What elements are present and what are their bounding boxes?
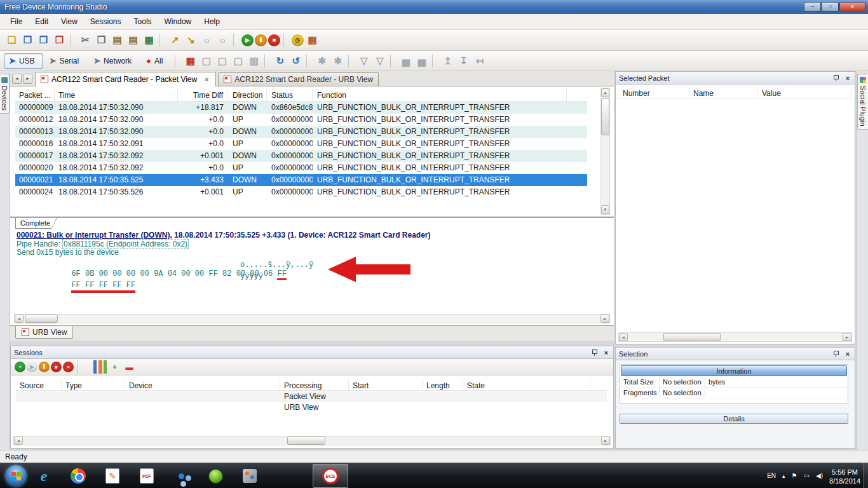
menu-window[interactable]: Window: [158, 15, 198, 29]
scroll-down-icon[interactable]: ▼: [601, 205, 609, 214]
display-icon[interactable]: ▭: [804, 472, 810, 479]
column-header-source[interactable]: Source: [16, 379, 62, 390]
filter-clear-icon[interactable]: ▽: [372, 53, 387, 68]
column-header-state[interactable]: State: [463, 379, 590, 390]
table-row[interactable]: 0000002118.08.2014 17:50:35.525+3.433DOW…: [15, 174, 587, 186]
table-row[interactable]: 0000001718.08.2014 17:50:32.092+0.001DOW…: [15, 150, 587, 162]
export-grid-icon[interactable]: ▦: [142, 33, 156, 48]
column-header-name[interactable]: Name: [689, 87, 758, 98]
detail-title-link[interactable]: 000021: Bulk or Interrupt Transfer (DOWN…: [17, 231, 172, 240]
column-header-processing[interactable]: Processing: [280, 379, 349, 390]
select-window-icon[interactable]: ▢: [199, 53, 214, 68]
ring-alt-icon[interactable]: ○: [215, 33, 230, 48]
remove-processing-icon[interactable]: ▬: [123, 360, 136, 374]
chrome-icon[interactable]: [67, 466, 89, 486]
rotate-cw-icon[interactable]: ↻: [273, 53, 287, 68]
detail-tab-complete[interactable]: Complete: [15, 218, 57, 229]
close-tab-icon[interactable]: ×: [203, 76, 210, 83]
pin-icon[interactable]: [592, 349, 599, 356]
select-process-icon[interactable]: ▢: [231, 53, 245, 68]
filter-icon[interactable]: ▽: [356, 53, 371, 68]
save-all-icon[interactable]: ❒: [36, 33, 51, 48]
new-session-icon[interactable]: +: [15, 362, 25, 372]
paste-icon[interactable]: ▤: [110, 33, 125, 48]
paste-append-icon[interactable]: ▤: [126, 33, 140, 48]
scrollbar-thumb[interactable]: [287, 437, 325, 445]
column-header-function[interactable]: Function: [313, 89, 567, 101]
chart-icon[interactable]: ▅: [398, 53, 413, 68]
active-app-slot[interactable]: BCS: [313, 464, 348, 488]
scroll-right-icon[interactable]: ►: [601, 437, 610, 445]
column-header-value[interactable]: Value: [758, 87, 852, 98]
table-row[interactable]: 0000002418.08.2014 17:50:35.526+0.001UP0…: [15, 186, 587, 198]
social-plugin-tab[interactable]: Social Plugin: [857, 74, 868, 130]
show-desktop-button[interactable]: [864, 463, 868, 488]
export-data-icon[interactable]: ↧: [456, 53, 471, 68]
pause-monitoring-icon[interactable]: Ⅱ: [255, 34, 267, 46]
notepad-icon[interactable]: ✎: [102, 466, 123, 486]
tab-scroll-left-button[interactable]: ◄: [12, 74, 22, 84]
page-setup-icon[interactable]: ▥: [247, 53, 261, 68]
details-header[interactable]: Details: [620, 414, 848, 424]
pin-icon[interactable]: [833, 74, 840, 81]
table-row[interactable]: 0000001618.08.2014 17:50:32.091+0.0UP0x0…: [15, 138, 587, 150]
column-header-status[interactable]: Status: [267, 89, 313, 101]
serial-filter-button[interactable]: ➤ Serial: [44, 53, 88, 69]
close-icon[interactable]: ×: [602, 349, 610, 356]
statistics-icon[interactable]: [93, 360, 107, 374]
network-filter-button[interactable]: ➤ Network: [88, 53, 140, 69]
table-row[interactable]: 0000000918.08.2014 17:50:32.090+18.817DO…: [15, 102, 587, 114]
column-header-type[interactable]: Type: [62, 379, 125, 390]
antivirus-icon[interactable]: [205, 466, 226, 486]
pdf-reader-icon[interactable]: PDF: [136, 466, 158, 486]
new-document-icon[interactable]: ❏: [4, 33, 19, 48]
pause-session-icon[interactable]: Ⅱ: [39, 362, 50, 372]
column-header-start[interactable]: Start: [349, 379, 423, 390]
hidden-icons-button[interactable]: ▴: [782, 473, 785, 479]
column-header-direction[interactable]: Direction: [227, 89, 267, 101]
column-header-time-diff[interactable]: Time Diff: [178, 89, 227, 101]
start-button[interactable]: [5, 465, 27, 487]
detail-hscroll[interactable]: ◄ ►: [14, 314, 610, 323]
clock-icon[interactable]: ◷: [292, 34, 304, 46]
rotate-ccw-icon[interactable]: ↺: [288, 53, 303, 68]
tab-urb-view-bottom[interactable]: URB View: [15, 326, 73, 339]
scrollbar-thumb[interactable]: [601, 98, 609, 135]
title-bar[interactable]: Free Device Monitoring Studio ─ □ ×: [0, 0, 868, 14]
network-tool-icon[interactable]: [170, 466, 192, 486]
maximize-button[interactable]: □: [822, 2, 839, 11]
forward-to-icon[interactable]: ↘: [184, 33, 198, 48]
stop-monitoring-icon[interactable]: ■: [268, 34, 280, 46]
copy-icon[interactable]: ❐: [94, 33, 109, 48]
table-row[interactable]: Packet View: [16, 391, 607, 402]
close-button[interactable]: ×: [839, 2, 865, 11]
all-filter-button[interactable]: ● All: [141, 53, 171, 69]
select-window-alt-icon[interactable]: ▢: [215, 53, 229, 68]
stop-session-icon[interactable]: ■: [51, 362, 62, 372]
scroll-right-icon[interactable]: ►: [843, 333, 851, 341]
close-icon[interactable]: ×: [844, 74, 851, 82]
column-header-number[interactable]: Number: [618, 87, 689, 98]
save-data-icon[interactable]: ↤: [472, 53, 487, 68]
close-icon[interactable]: ×: [844, 350, 851, 358]
packet-table-vscroll[interactable]: ▲ ▼: [600, 88, 610, 215]
selected-packet-hscroll[interactable]: ◄ ►: [618, 332, 852, 342]
scroll-left-icon[interactable]: ◄: [619, 333, 628, 341]
usb-filter-button[interactable]: ➤ USB: [4, 53, 43, 69]
menu-help[interactable]: Help: [198, 15, 226, 29]
menu-tools[interactable]: Tools: [128, 15, 158, 29]
table-row[interactable]: 0000001218.08.2014 17:50:32.090+0.0UP0x0…: [15, 114, 587, 126]
column-header-length[interactable]: Length: [423, 379, 463, 390]
start-session-icon[interactable]: ▶: [27, 362, 37, 372]
process-link-icon[interactable]: ✱: [315, 53, 329, 68]
language-indicator[interactable]: EN: [767, 472, 776, 479]
minimize-button[interactable]: ─: [804, 2, 821, 11]
scroll-left-icon[interactable]: ◄: [14, 437, 23, 445]
tab-urb-view[interactable]: ACR122 Smart Card Reader - URB View: [218, 72, 379, 86]
start-monitoring-icon[interactable]: ▶: [241, 34, 254, 46]
send-to-icon[interactable]: ↗: [168, 33, 182, 48]
menu-file[interactable]: File: [4, 15, 29, 29]
menu-view[interactable]: View: [55, 15, 84, 29]
column-header-packet[interactable]: Packet ...: [15, 89, 55, 101]
ring-icon[interactable]: ○: [200, 33, 214, 48]
